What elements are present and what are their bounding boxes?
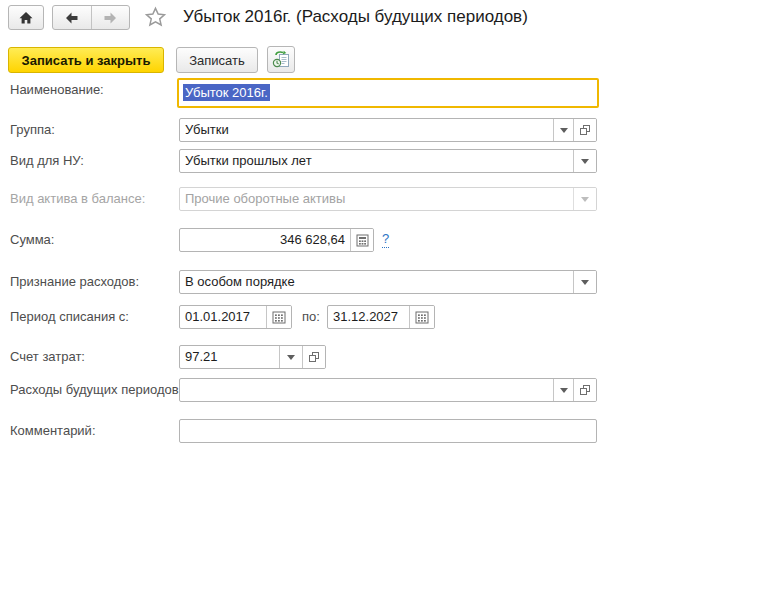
period-from-field[interactable]: 01.01.2017 bbox=[179, 305, 292, 329]
amount-label: Сумма: bbox=[10, 228, 54, 252]
home-icon bbox=[18, 10, 34, 26]
tax-kind-dropdown-button[interactable] bbox=[573, 150, 596, 172]
comment-input[interactable] bbox=[179, 419, 597, 443]
history-nav bbox=[52, 5, 130, 30]
record-form-window: Убыток 2016г. (Расходы будущих периодов)… bbox=[0, 0, 768, 614]
cost-account-dropdown-button[interactable] bbox=[279, 346, 302, 368]
period-to-field[interactable]: 31.12.2027 bbox=[327, 305, 435, 329]
period-to-calendar-button[interactable] bbox=[409, 306, 434, 328]
group-label: Группа: bbox=[10, 118, 55, 142]
open-form-icon bbox=[579, 384, 591, 396]
favorites-button[interactable] bbox=[142, 4, 169, 31]
amount-help-link[interactable]: ? bbox=[382, 231, 389, 248]
group-dropdown-button[interactable] bbox=[553, 119, 573, 141]
name-input[interactable]: Убыток 2016г. bbox=[177, 78, 599, 108]
cost-account-label: Счет затрат: bbox=[10, 345, 85, 369]
field-row-cost-account: Счет затрат: 97.21 bbox=[0, 345, 768, 369]
chevron-down-icon bbox=[581, 197, 589, 202]
document-clock-icon bbox=[272, 50, 291, 69]
save-button[interactable]: Записать bbox=[176, 47, 258, 73]
amount-value[interactable]: 346 628,64 bbox=[180, 229, 350, 251]
future-expenses-label: Расходы будущих периодов: bbox=[10, 378, 182, 402]
field-row-period: Период списания с: 01.01.2017 по: 31.12.… bbox=[0, 305, 768, 329]
cost-account-value[interactable]: 97.21 bbox=[180, 346, 279, 368]
cost-account-field[interactable]: 97.21 bbox=[179, 345, 326, 369]
future-expenses-dropdown-button[interactable] bbox=[553, 379, 573, 401]
cost-account-open-button[interactable] bbox=[302, 346, 325, 368]
tax-kind-label: Вид для НУ: bbox=[10, 149, 84, 173]
group-open-button[interactable] bbox=[573, 119, 596, 141]
amount-field[interactable]: 346 628,64 bbox=[179, 228, 374, 252]
chevron-down-icon bbox=[287, 355, 295, 360]
group-field[interactable]: Убытки bbox=[179, 118, 597, 142]
field-row-name: Наименование: Убыток 2016г. bbox=[0, 78, 768, 102]
calendar-icon bbox=[415, 311, 429, 324]
forward-arrow-icon bbox=[103, 11, 118, 25]
open-form-icon bbox=[308, 351, 320, 363]
comment-label: Комментарий: bbox=[10, 419, 96, 443]
balance-asset-label: Вид актива в балансе: bbox=[10, 187, 145, 211]
field-row-balance-asset: Вид актива в балансе: Прочие оборотные а… bbox=[0, 187, 768, 211]
chevron-down-icon bbox=[581, 280, 589, 285]
comment-value[interactable] bbox=[180, 420, 596, 442]
open-form-icon bbox=[579, 124, 591, 136]
tax-kind-value[interactable]: Убытки прошлых лет bbox=[180, 150, 573, 172]
recognition-value[interactable]: В особом порядке bbox=[180, 271, 573, 293]
field-row-future-expenses: Расходы будущих периодов: bbox=[0, 378, 768, 402]
back-arrow-icon bbox=[64, 11, 79, 25]
recognition-label: Признание расходов: bbox=[10, 270, 139, 294]
calendar-icon bbox=[272, 311, 286, 324]
recognition-field[interactable]: В особом порядке bbox=[179, 270, 597, 294]
future-expenses-field[interactable] bbox=[179, 378, 597, 402]
chevron-down-icon bbox=[560, 128, 568, 133]
forward-button[interactable] bbox=[91, 6, 130, 29]
chevron-down-icon bbox=[581, 159, 589, 164]
field-row-group: Группа: Убытки bbox=[0, 118, 768, 142]
name-selected-text: Убыток 2016г. bbox=[183, 84, 270, 101]
star-icon bbox=[143, 5, 168, 30]
future-expenses-value[interactable] bbox=[180, 379, 553, 401]
future-expenses-open-button[interactable] bbox=[573, 379, 596, 401]
save-and-close-button[interactable]: Записать и закрыть bbox=[8, 47, 164, 73]
balance-asset-value: Прочие оборотные активы bbox=[180, 188, 573, 210]
balance-asset-field: Прочие оборотные активы bbox=[179, 187, 597, 211]
chevron-down-icon bbox=[560, 388, 568, 393]
period-label: Период списания с: bbox=[10, 305, 129, 329]
field-row-comment: Комментарий: bbox=[0, 419, 768, 443]
back-button[interactable] bbox=[53, 6, 91, 29]
field-row-tax-kind: Вид для НУ: Убытки прошлых лет bbox=[0, 149, 768, 173]
name-label: Наименование: bbox=[10, 78, 104, 102]
field-row-amount: Сумма: 346 628,64 ? bbox=[0, 228, 768, 252]
period-to-label: по: bbox=[302, 305, 320, 329]
period-from-calendar-button[interactable] bbox=[266, 306, 291, 328]
balance-asset-dropdown-button bbox=[573, 188, 596, 210]
calculator-icon bbox=[356, 234, 369, 247]
page-title: Убыток 2016г. (Расходы будущих периодов) bbox=[183, 4, 528, 30]
period-to-value[interactable]: 31.12.2027 bbox=[328, 306, 409, 328]
home-button[interactable] bbox=[8, 5, 44, 30]
period-from-value[interactable]: 01.01.2017 bbox=[180, 306, 266, 328]
group-value[interactable]: Убытки bbox=[180, 119, 553, 141]
field-row-recognition: Признание расходов: В особом порядке bbox=[0, 270, 768, 294]
amount-calculator-button[interactable] bbox=[350, 229, 373, 251]
recognition-dropdown-button[interactable] bbox=[573, 271, 596, 293]
record-history-button[interactable] bbox=[267, 46, 295, 73]
tax-kind-field[interactable]: Убытки прошлых лет bbox=[179, 149, 597, 173]
